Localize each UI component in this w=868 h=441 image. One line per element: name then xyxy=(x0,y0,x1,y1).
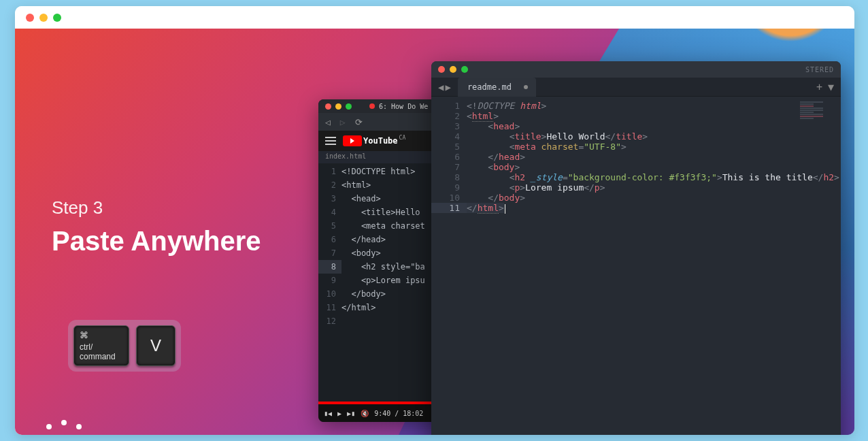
dot xyxy=(61,420,67,425)
editor-brand: STERED xyxy=(805,66,834,74)
dot xyxy=(46,424,52,429)
prev-icon[interactable]: ▮◀ xyxy=(324,410,332,417)
tab-menu-icon[interactable]: ▼ xyxy=(828,81,834,93)
minimap[interactable] xyxy=(800,101,838,137)
shortcut-keys: ⌘ ctrl/ command V xyxy=(68,320,181,372)
minimize-icon[interactable] xyxy=(39,14,48,22)
close-icon[interactable] xyxy=(26,14,34,22)
dot xyxy=(76,424,82,429)
maximize-icon[interactable] xyxy=(461,66,468,73)
bg-gutter: 123456789101112 xyxy=(318,163,341,328)
browser-shell: Step 3 Paste Anywhere ⌘ ctrl/ command V xyxy=(15,6,854,435)
tab-back-icon[interactable]: ◀ xyxy=(438,82,444,93)
tab-forward-icon[interactable]: ▶ xyxy=(445,82,450,93)
close-icon[interactable] xyxy=(325,103,331,110)
back-icon[interactable]: ◁ xyxy=(325,117,331,127)
carousel-dots xyxy=(46,424,82,429)
editor-gutter: 1234567891011 xyxy=(431,97,467,435)
minimize-icon[interactable] xyxy=(450,66,456,73)
reload-icon[interactable]: ⟳ xyxy=(355,117,363,127)
bg-source: <!DOCTYPE html> <html> <head> <title>Hel… xyxy=(341,163,425,328)
close-icon[interactable] xyxy=(438,66,445,73)
content-area: Step 3 Paste Anywhere ⌘ ctrl/ command V xyxy=(15,29,854,435)
command-symbol: ⌘ xyxy=(80,330,123,340)
code-editor-window: STERED ◀ ▶ readme.md + ▼ 1234567891011 <… xyxy=(431,61,841,435)
letter-key: V xyxy=(136,325,176,366)
youtube-favicon xyxy=(369,103,375,109)
next-icon[interactable]: ▶▮ xyxy=(347,410,355,417)
editor-body[interactable]: 1234567891011 <!DOCTYPE html><html> <hea… xyxy=(431,97,841,435)
modifier-key: ⌘ ctrl/ command xyxy=(73,325,129,366)
maximize-icon[interactable] xyxy=(53,14,61,22)
hamburger-icon[interactable] xyxy=(325,137,336,145)
youtube-logo[interactable]: YouTube CA xyxy=(343,135,405,146)
modifier-label: ctrl/ command xyxy=(80,342,123,361)
play-icon[interactable]: ▶ xyxy=(337,410,341,417)
editor-titlebar: STERED xyxy=(431,61,841,78)
headline: Paste Anywhere xyxy=(52,226,261,257)
editor-tabbar: ◀ ▶ readme.md + ▼ xyxy=(431,78,841,97)
editor-code[interactable]: <!DOCTYPE html><html> <head> <title>Hell… xyxy=(467,97,841,435)
video-time: 9:40 / 18:02 xyxy=(374,410,423,417)
new-tab-icon[interactable]: + xyxy=(816,81,822,93)
titlebar xyxy=(15,6,854,29)
editor-tab[interactable]: readme.md xyxy=(458,78,536,97)
mute-icon[interactable]: 🔇 xyxy=(361,410,369,417)
forward-icon[interactable]: ▷ xyxy=(340,117,346,127)
step-label: Step 3 xyxy=(52,197,103,218)
maximize-icon[interactable] xyxy=(346,103,352,110)
unsaved-indicator-icon xyxy=(524,85,528,89)
minimize-icon[interactable] xyxy=(335,103,341,110)
